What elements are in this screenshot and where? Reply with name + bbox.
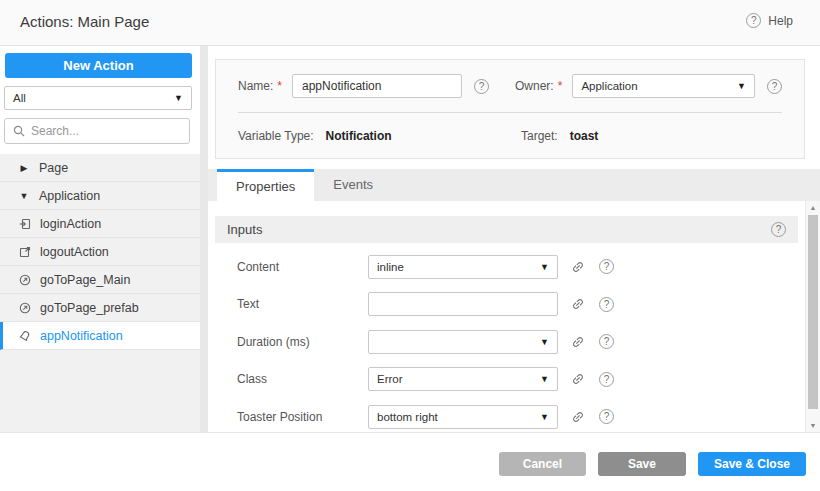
page-title: Actions: Main Page — [20, 13, 149, 30]
inputs-section-title: Inputs — [227, 222, 771, 237]
scroll-up-icon[interactable]: ▲ — [806, 201, 820, 214]
target-group: Target: toast — [521, 129, 598, 143]
tab-strip: PropertiesEvents — [208, 169, 820, 201]
goto-page-icon — [18, 274, 31, 286]
content-select[interactable]: inline▼ — [368, 255, 558, 279]
owner-label: Owner: — [515, 79, 562, 93]
logout-icon — [18, 246, 31, 258]
notification-icon — [18, 330, 31, 342]
input-row-label: Content — [237, 260, 368, 274]
field-help-icon[interactable]: ? — [599, 372, 614, 387]
input-row-duration-ms-: Duration (ms)▼? — [208, 323, 805, 361]
tree-item-label: Page — [39, 161, 68, 175]
variable-type-value: Notification — [326, 129, 392, 143]
bind-variable-link-icon[interactable] — [571, 372, 585, 386]
tree-item-Page[interactable]: ▶Page — [0, 154, 200, 182]
action-tree: ▶Page▼ApplicationloginActionlogoutAction… — [0, 154, 200, 432]
select-value: inline — [377, 261, 404, 273]
tree-item-label: Application — [39, 189, 100, 203]
dropdown-arrow-icon: ▼ — [540, 337, 549, 347]
name-label: Name: — [238, 79, 282, 93]
tree-item-label: loginAction — [40, 217, 101, 231]
scroll-down-icon[interactable]: ▼ — [806, 419, 820, 432]
target-label: Target: — [521, 129, 558, 143]
duration-ms--select[interactable]: ▼ — [368, 330, 558, 354]
input-row-content: Contentinline▼? — [208, 248, 805, 286]
titlebar: Actions: Main Page ? Help — [0, 0, 820, 46]
type-target-row: Variable Type: Notification Target: toas… — [238, 113, 782, 158]
field-help-icon[interactable]: ? — [599, 334, 614, 349]
action-detail-panel: Name: ? Owner: Application ▼ ? Variable … — [208, 46, 820, 432]
field-help-icon[interactable]: ? — [599, 409, 614, 424]
name-help-icon[interactable]: ? — [474, 79, 489, 94]
caret-right-icon: ▶ — [18, 163, 30, 173]
goto-page-icon — [18, 302, 31, 314]
action-filter-value: All — [13, 92, 26, 104]
field-help-icon[interactable]: ? — [599, 259, 614, 274]
owner-help-icon[interactable]: ? — [767, 79, 782, 94]
help-button[interactable]: ? Help — [746, 13, 793, 28]
bind-variable-link-icon[interactable] — [571, 335, 585, 349]
save-and-close-button[interactable]: Save & Close — [698, 452, 806, 476]
properties-tab-content: Inputs ? Contentinline▼?Text?Duration (m… — [208, 201, 805, 432]
tree-item-goToPage_Main[interactable]: goToPage_Main — [0, 266, 200, 294]
tree-item-appNotification[interactable]: appNotification — [0, 322, 200, 350]
field-help-icon[interactable]: ? — [599, 297, 614, 312]
tab-events[interactable]: Events — [314, 169, 392, 201]
inputs-help-icon[interactable]: ? — [771, 222, 786, 237]
owner-select[interactable]: Application ▼ — [572, 74, 755, 98]
name-input[interactable] — [292, 74, 462, 98]
action-summary-panel: Name: ? Owner: Application ▼ ? Variable … — [215, 59, 805, 159]
tree-item-loginAction[interactable]: loginAction — [0, 210, 200, 238]
tree-item-label: goToPage_prefab — [40, 301, 139, 315]
save-button[interactable]: Save — [598, 452, 686, 476]
dropdown-arrow-icon: ▼ — [540, 262, 549, 272]
input-row-class: ClassError▼? — [208, 361, 805, 399]
new-action-button[interactable]: New Action — [5, 53, 192, 78]
dropdown-arrow-icon: ▼ — [737, 81, 746, 91]
target-value: toast — [570, 129, 599, 143]
bind-variable-link-icon[interactable] — [571, 260, 585, 274]
cancel-button[interactable]: Cancel — [499, 452, 586, 476]
tree-item-goToPage_prefab[interactable]: goToPage_prefab — [0, 294, 200, 322]
tab-properties[interactable]: Properties — [217, 169, 314, 201]
login-icon — [18, 218, 31, 230]
input-row-text: Text? — [208, 286, 805, 324]
help-icon: ? — [746, 13, 761, 28]
input-row-label: Class — [237, 372, 368, 386]
footer-buttons: Cancel Save Save & Close — [499, 452, 806, 476]
bind-variable-link-icon[interactable] — [571, 297, 585, 311]
select-value: Error — [377, 373, 403, 385]
help-label: Help — [768, 14, 793, 28]
variable-type-label: Variable Type: — [238, 129, 314, 143]
owner-value: Application — [581, 80, 637, 92]
action-filter-select[interactable]: All ▼ — [4, 86, 192, 110]
search-input[interactable] — [31, 124, 181, 138]
name-owner-row: Name: ? Owner: Application ▼ ? — [238, 60, 782, 113]
search-box — [4, 118, 190, 144]
tree-item-Application[interactable]: ▼Application — [0, 182, 200, 210]
input-row-toaster-position: Toaster Positionbottom right▼? — [208, 398, 805, 432]
dropdown-arrow-icon: ▼ — [540, 374, 549, 384]
inputs-section-header: Inputs ? — [215, 216, 798, 243]
toaster-position-select[interactable]: bottom right▼ — [368, 405, 558, 429]
tree-item-label: goToPage_Main — [40, 273, 130, 287]
tree-item-logoutAction[interactable]: logoutAction — [0, 238, 200, 266]
variable-type-group: Variable Type: Notification — [238, 129, 521, 143]
scrollbar-thumb[interactable] — [808, 215, 818, 409]
vertical-scrollbar[interactable]: ▲ ▼ — [805, 201, 820, 432]
tree-item-label: logoutAction — [40, 245, 109, 259]
class-select[interactable]: Error▼ — [368, 367, 558, 391]
inputs-rows: Contentinline▼?Text?Duration (ms)▼?Class… — [208, 248, 805, 432]
dialog-footer: Cancel Save Save & Close — [0, 432, 820, 491]
caret-down-icon: ▼ — [18, 191, 30, 201]
dropdown-arrow-icon: ▼ — [540, 412, 549, 422]
text-input[interactable] — [368, 292, 558, 316]
input-row-label: Text — [237, 297, 368, 311]
tree-item-label: appNotification — [40, 329, 123, 343]
input-row-label: Toaster Position — [237, 410, 368, 424]
select-value: bottom right — [377, 411, 438, 423]
dropdown-arrow-icon: ▼ — [174, 93, 183, 103]
bind-variable-link-icon[interactable] — [571, 410, 585, 424]
search-icon — [13, 125, 25, 137]
